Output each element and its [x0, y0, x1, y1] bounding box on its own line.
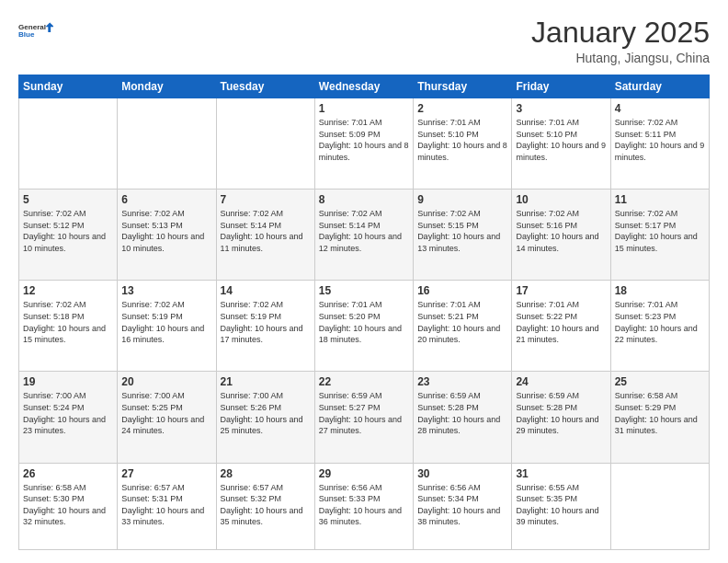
day-info: Sunrise: 6:59 AM Sunset: 5:27 PM Dayligh…: [319, 390, 409, 436]
day-info: Sunrise: 7:02 AM Sunset: 5:13 PM Dayligh…: [121, 208, 211, 254]
day-info: Sunrise: 6:59 AM Sunset: 5:28 PM Dayligh…: [516, 390, 606, 436]
day-number: 7: [221, 193, 311, 206]
day-info: Sunrise: 7:02 AM Sunset: 5:14 PM Dayligh…: [319, 208, 409, 254]
page: General Blue January 2025 Hutang, Jiangs…: [0, 0, 728, 563]
col-tuesday: Tuesday: [216, 75, 314, 98]
col-wednesday: Wednesday: [314, 75, 413, 98]
table-row: 23Sunrise: 6:59 AM Sunset: 5:28 PM Dayli…: [414, 372, 512, 463]
table-row: 30Sunrise: 6:56 AM Sunset: 5:34 PM Dayli…: [414, 463, 512, 549]
day-number: 29: [319, 467, 409, 480]
day-number: 3: [516, 102, 606, 115]
table-row: 28Sunrise: 6:57 AM Sunset: 5:32 PM Dayli…: [216, 463, 314, 549]
table-row: 1Sunrise: 7:01 AM Sunset: 5:09 PM Daylig…: [314, 98, 413, 190]
day-number: 13: [121, 284, 211, 297]
day-info: Sunrise: 6:57 AM Sunset: 5:32 PM Dayligh…: [221, 482, 311, 528]
day-info: Sunrise: 7:02 AM Sunset: 5:19 PM Dayligh…: [221, 299, 311, 345]
col-monday: Monday: [118, 75, 216, 98]
table-row: 8Sunrise: 7:02 AM Sunset: 5:14 PM Daylig…: [314, 190, 413, 281]
day-info: Sunrise: 7:01 AM Sunset: 5:22 PM Dayligh…: [516, 299, 606, 345]
day-info: Sunrise: 7:01 AM Sunset: 5:10 PM Dayligh…: [417, 117, 507, 163]
day-info: Sunrise: 7:02 AM Sunset: 5:15 PM Dayligh…: [417, 208, 507, 254]
day-number: 21: [221, 375, 311, 388]
table-row: 24Sunrise: 6:59 AM Sunset: 5:28 PM Dayli…: [512, 372, 610, 463]
day-number: 27: [121, 467, 211, 480]
day-number: 5: [23, 193, 113, 206]
day-info: Sunrise: 7:01 AM Sunset: 5:23 PM Dayligh…: [615, 299, 705, 345]
calendar-header-row: Sunday Monday Tuesday Wednesday Thursday…: [19, 75, 710, 98]
table-row: 4Sunrise: 7:02 AM Sunset: 5:11 PM Daylig…: [610, 98, 709, 190]
day-info: Sunrise: 7:02 AM Sunset: 5:18 PM Dayligh…: [23, 299, 113, 345]
week-row-2: 5Sunrise: 7:02 AM Sunset: 5:12 PM Daylig…: [19, 190, 710, 281]
day-info: Sunrise: 6:58 AM Sunset: 5:30 PM Dayligh…: [23, 482, 113, 528]
day-info: Sunrise: 6:59 AM Sunset: 5:28 PM Dayligh…: [417, 390, 507, 436]
day-info: Sunrise: 6:56 AM Sunset: 5:33 PM Dayligh…: [319, 482, 409, 528]
day-number: 28: [221, 467, 311, 480]
table-row: [19, 98, 118, 190]
day-number: 12: [23, 284, 113, 297]
day-info: Sunrise: 7:01 AM Sunset: 5:09 PM Dayligh…: [319, 117, 409, 163]
table-row: [118, 98, 216, 190]
day-info: Sunrise: 6:55 AM Sunset: 5:35 PM Dayligh…: [516, 482, 606, 528]
day-number: 24: [516, 375, 606, 388]
week-row-1: 1Sunrise: 7:01 AM Sunset: 5:09 PM Daylig…: [19, 98, 710, 190]
table-row: 22Sunrise: 6:59 AM Sunset: 5:27 PM Dayli…: [314, 372, 413, 463]
table-row: 15Sunrise: 7:01 AM Sunset: 5:20 PM Dayli…: [314, 281, 413, 372]
col-friday: Friday: [512, 75, 610, 98]
day-number: 20: [121, 375, 211, 388]
day-info: Sunrise: 7:00 AM Sunset: 5:26 PM Dayligh…: [221, 390, 311, 436]
day-number: 15: [319, 284, 409, 297]
table-row: 25Sunrise: 6:58 AM Sunset: 5:29 PM Dayli…: [610, 372, 709, 463]
day-number: 11: [615, 193, 705, 206]
col-saturday: Saturday: [610, 75, 709, 98]
table-row: 2Sunrise: 7:01 AM Sunset: 5:10 PM Daylig…: [414, 98, 512, 190]
table-row: 26Sunrise: 6:58 AM Sunset: 5:30 PM Dayli…: [19, 463, 118, 549]
table-row: 27Sunrise: 6:57 AM Sunset: 5:31 PM Dayli…: [118, 463, 216, 549]
logo-svg: General Blue: [18, 17, 53, 44]
day-info: Sunrise: 7:01 AM Sunset: 5:21 PM Dayligh…: [417, 299, 507, 345]
calendar-table: Sunday Monday Tuesday Wednesday Thursday…: [18, 75, 710, 550]
table-row: [216, 98, 314, 190]
day-info: Sunrise: 7:01 AM Sunset: 5:20 PM Dayligh…: [319, 299, 409, 345]
table-row: 5Sunrise: 7:02 AM Sunset: 5:12 PM Daylig…: [19, 190, 118, 281]
day-number: 9: [417, 193, 507, 206]
table-row: 29Sunrise: 6:56 AM Sunset: 5:33 PM Dayli…: [314, 463, 413, 549]
col-sunday: Sunday: [19, 75, 118, 98]
day-number: 1: [319, 102, 409, 115]
table-row: 19Sunrise: 7:00 AM Sunset: 5:24 PM Dayli…: [19, 372, 118, 463]
day-number: 18: [615, 284, 705, 297]
location: Hutang, Jiangsu, China: [531, 51, 710, 65]
svg-marker-2: [45, 22, 53, 31]
day-number: 4: [615, 102, 705, 115]
day-number: 14: [221, 284, 311, 297]
table-row: 16Sunrise: 7:01 AM Sunset: 5:21 PM Dayli…: [414, 281, 512, 372]
table-row: 3Sunrise: 7:01 AM Sunset: 5:10 PM Daylig…: [512, 98, 610, 190]
day-number: 6: [121, 193, 211, 206]
day-number: 10: [516, 193, 606, 206]
table-row: 21Sunrise: 7:00 AM Sunset: 5:26 PM Dayli…: [216, 372, 314, 463]
table-row: 11Sunrise: 7:02 AM Sunset: 5:17 PM Dayli…: [610, 190, 709, 281]
week-row-5: 26Sunrise: 6:58 AM Sunset: 5:30 PM Dayli…: [19, 463, 710, 549]
day-number: 17: [516, 284, 606, 297]
table-row: 17Sunrise: 7:01 AM Sunset: 5:22 PM Dayli…: [512, 281, 610, 372]
table-row: [610, 463, 709, 549]
table-row: 7Sunrise: 7:02 AM Sunset: 5:14 PM Daylig…: [216, 190, 314, 281]
table-row: 31Sunrise: 6:55 AM Sunset: 5:35 PM Dayli…: [512, 463, 610, 549]
table-row: 13Sunrise: 7:02 AM Sunset: 5:19 PM Dayli…: [118, 281, 216, 372]
day-number: 22: [319, 375, 409, 388]
table-row: 6Sunrise: 7:02 AM Sunset: 5:13 PM Daylig…: [118, 190, 216, 281]
table-row: 14Sunrise: 7:02 AM Sunset: 5:19 PM Dayli…: [216, 281, 314, 372]
day-number: 31: [516, 467, 606, 480]
day-number: 30: [417, 467, 507, 480]
table-row: 9Sunrise: 7:02 AM Sunset: 5:15 PM Daylig…: [414, 190, 512, 281]
header: General Blue January 2025 Hutang, Jiangs…: [18, 17, 710, 65]
col-thursday: Thursday: [414, 75, 512, 98]
title-block: January 2025 Hutang, Jiangsu, China: [531, 17, 710, 65]
day-info: Sunrise: 7:01 AM Sunset: 5:10 PM Dayligh…: [516, 117, 606, 163]
logo: General Blue: [18, 17, 53, 44]
week-row-3: 12Sunrise: 7:02 AM Sunset: 5:18 PM Dayli…: [19, 281, 710, 372]
day-number: 16: [417, 284, 507, 297]
week-row-4: 19Sunrise: 7:00 AM Sunset: 5:24 PM Dayli…: [19, 372, 710, 463]
day-info: Sunrise: 7:02 AM Sunset: 5:16 PM Dayligh…: [516, 208, 606, 254]
day-number: 23: [417, 375, 507, 388]
day-number: 8: [319, 193, 409, 206]
